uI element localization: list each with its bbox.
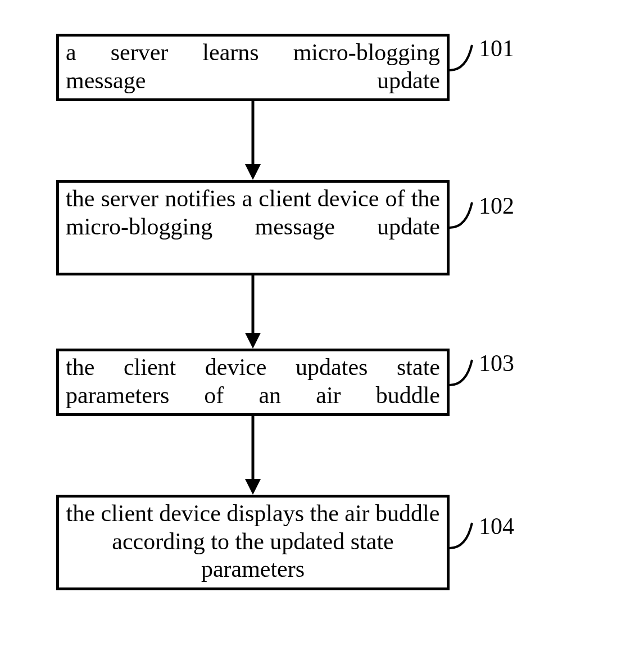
svg-marker-3 bbox=[245, 333, 261, 349]
flowchart-canvas: a server learns micro-blogging message u… bbox=[0, 0, 644, 669]
arrow-102-103 bbox=[242, 275, 264, 349]
svg-marker-5 bbox=[245, 479, 261, 495]
flow-label-104: 104 bbox=[479, 513, 514, 540]
flow-node-101-text: a server learns micro-blogging message u… bbox=[66, 39, 440, 94]
flow-label-102: 102 bbox=[479, 192, 514, 219]
flow-node-104: the client device displays the air buddl… bbox=[56, 495, 450, 590]
flow-node-103: the client device updates state paramete… bbox=[56, 349, 450, 416]
flow-node-104-text: the client device displays the air buddl… bbox=[66, 500, 440, 584]
flow-label-101: 101 bbox=[479, 35, 514, 62]
flow-node-103-text: the client device updates state paramete… bbox=[66, 354, 440, 409]
flow-node-102: the server notifies a client device of t… bbox=[56, 180, 450, 275]
arrow-103-104 bbox=[242, 416, 264, 495]
arrow-101-102 bbox=[242, 101, 264, 180]
flow-node-101: a server learns micro-blogging message u… bbox=[56, 34, 450, 101]
flow-node-102-text: the server notifies a client device of t… bbox=[66, 185, 440, 241]
svg-marker-1 bbox=[245, 164, 261, 180]
flow-label-103: 103 bbox=[479, 350, 514, 377]
